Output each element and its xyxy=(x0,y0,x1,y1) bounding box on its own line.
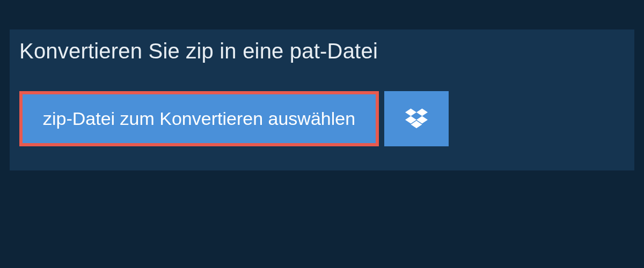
dropbox-button[interactable] xyxy=(384,91,449,146)
page-title: Konvertieren Sie zip in eine pat-Datei xyxy=(19,39,378,63)
button-row: zip-Datei zum Konvertieren auswählen xyxy=(10,91,634,146)
heading-container: Konvertieren Sie zip in eine pat-Datei xyxy=(10,29,394,75)
select-file-button[interactable]: zip-Datei zum Konvertieren auswählen xyxy=(19,91,379,146)
dropbox-icon xyxy=(405,107,428,131)
converter-panel: Konvertieren Sie zip in eine pat-Datei z… xyxy=(10,29,634,170)
select-file-label: zip-Datei zum Konvertieren auswählen xyxy=(43,108,355,129)
